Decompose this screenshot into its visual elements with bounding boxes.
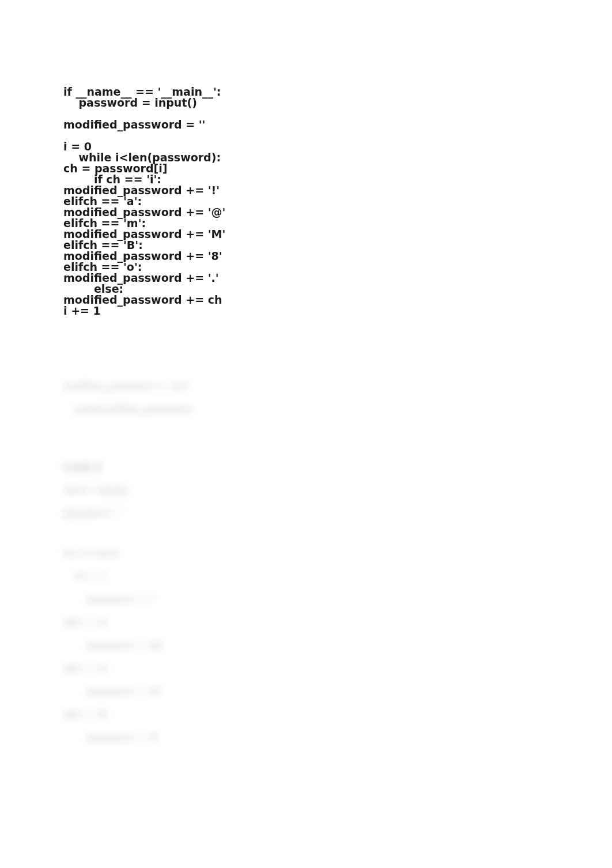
code-line: modified_password += '.'	[63, 273, 549, 284]
blurred-line: password += '!'	[63, 593, 549, 606]
code-line: modified_password = ''	[63, 119, 549, 130]
code-block-1: if __name__ == '__main__': password = in…	[63, 86, 549, 316]
blurred-line: password += '8'	[63, 731, 549, 744]
blurred-line: elifi == 'm':	[63, 662, 549, 675]
blurred-line: print(modified_password)	[63, 403, 549, 416]
code-line: password = input()	[63, 97, 549, 108]
blurred-spacer	[63, 443, 549, 461]
code-line: modified_password += ch	[63, 295, 549, 305]
blurred-line: password = ''	[63, 507, 549, 519]
blurred-line: ifi == 'i':	[63, 570, 549, 583]
blank-line	[63, 130, 549, 141]
blurred-line: modified_password += 'q*s'	[63, 380, 549, 393]
document-page: if __name__ == '__main__': password = in…	[0, 0, 612, 789]
blurred-line: for i in word:	[63, 547, 549, 560]
code-line: i += 1	[63, 305, 549, 316]
blurred-line: elifi == 'B':	[63, 708, 549, 721]
blurred-line: elifi == 'a':	[63, 616, 549, 629]
blurred-line: word = input()	[63, 484, 549, 496]
blurred-preview: modified_password += 'q*s' print(modifie…	[63, 380, 549, 744]
blurred-line: password += '@'	[63, 639, 549, 652]
blurred-header: Code 2	[63, 461, 549, 473]
blurred-spacer	[63, 530, 549, 547]
blurred-spacer	[63, 426, 549, 443]
blurred-line: password += 'M'	[63, 685, 549, 698]
